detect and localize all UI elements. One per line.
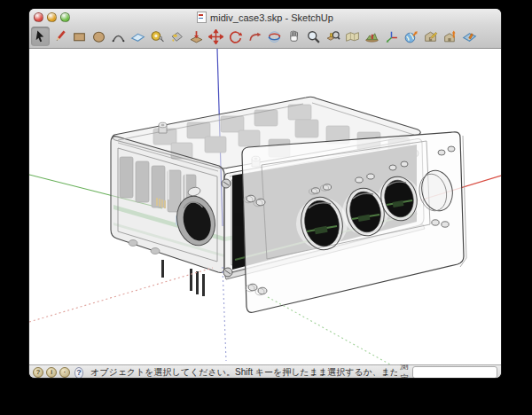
model-canvas[interactable] xyxy=(29,49,501,364)
arc-tool[interactable] xyxy=(109,27,128,46)
green-axis-dotted xyxy=(268,297,390,364)
get-models-tool[interactable] xyxy=(421,27,440,46)
top-post xyxy=(159,122,167,133)
zoom-button[interactable] xyxy=(60,12,70,22)
rotate-tool[interactable] xyxy=(226,27,245,46)
red-axis-dotted xyxy=(29,268,213,322)
status-coin-2[interactable]: i xyxy=(46,367,57,378)
status-message: オブジェクトを選択してください。Shift キーを押したまま選択するか、またはマ… xyxy=(90,366,397,378)
section-plane-tool[interactable] xyxy=(460,27,479,46)
zoom-tool[interactable] xyxy=(304,27,323,46)
close-button[interactable] xyxy=(34,12,43,22)
traffic-lights xyxy=(34,12,70,22)
status-coins: ?i· xyxy=(33,367,70,378)
axes-tool[interactable] xyxy=(382,27,401,46)
minimize-button[interactable] xyxy=(47,12,57,22)
line-tool[interactable] xyxy=(51,27,69,46)
toolbar xyxy=(29,26,501,47)
blue-axis-dotted xyxy=(223,267,226,361)
statusbar: ?i· ? オブジェクトを選択してください。Shift キーを押したまま選択する… xyxy=(29,364,501,378)
pan-tool[interactable] xyxy=(285,27,303,46)
toggle-terrain-tool[interactable] xyxy=(363,27,381,46)
tape-measure-tool[interactable] xyxy=(148,27,167,46)
titlebar[interactable]: midiv_case3.skp - SketchUp xyxy=(29,9,501,26)
status-coin-3[interactable]: · xyxy=(59,367,70,378)
zoom-extents-tool[interactable] xyxy=(324,27,342,46)
paint-bucket-tool[interactable] xyxy=(168,27,186,46)
help-button[interactable]: ? xyxy=(74,367,83,379)
document-icon xyxy=(197,12,207,23)
front-panel xyxy=(242,132,466,313)
window-chrome: midiv_case3.skp - SketchUp xyxy=(29,9,501,49)
screenshot-stage: midiv_case3.skp - SketchUp xyxy=(0,0,532,415)
measurement-input[interactable] xyxy=(412,366,497,378)
rectangle-tool[interactable] xyxy=(70,27,89,46)
eraser-tool[interactable] xyxy=(129,27,147,46)
circle-tool[interactable] xyxy=(90,27,108,46)
follow-me-tool[interactable] xyxy=(246,27,264,46)
status-coin-1[interactable]: ? xyxy=(33,367,43,378)
orbit-tool[interactable] xyxy=(265,27,284,46)
window-title: midiv_case3.skp - SketchUp xyxy=(210,12,333,23)
title-wrap: midiv_case3.skp - SketchUp xyxy=(29,9,501,26)
move-tool[interactable] xyxy=(207,27,225,46)
share-model-tool[interactable] xyxy=(441,27,459,46)
select-tool[interactable] xyxy=(31,27,50,46)
sketchup-window: midiv_case3.skp - SketchUp xyxy=(29,9,501,378)
add-location-tool[interactable] xyxy=(343,27,362,46)
push-pull-tool[interactable] xyxy=(187,27,206,46)
preview-in-google-earth-tool[interactable] xyxy=(402,27,420,46)
3d-viewport[interactable] xyxy=(29,49,501,364)
